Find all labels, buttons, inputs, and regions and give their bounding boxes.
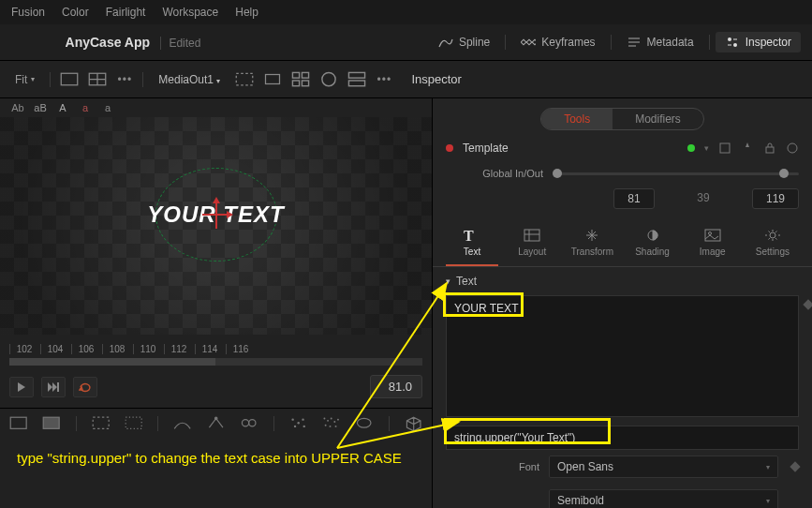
- enabled-led-icon[interactable]: [687, 144, 695, 152]
- svg-point-24: [297, 422, 299, 424]
- tab-text[interactable]: T Text: [446, 224, 498, 266]
- layers-icon[interactable]: [718, 142, 731, 155]
- circle-view-icon[interactable]: [319, 72, 338, 87]
- rectangle-fill-icon[interactable]: [42, 416, 60, 431]
- expression-field[interactable]: [446, 426, 799, 450]
- tab-shading[interactable]: Shading: [627, 224, 679, 266]
- viewer[interactable]: YOUR TEXT: [0, 117, 432, 335]
- fit-selector[interactable]: Fit ▾: [9, 71, 40, 88]
- svg-rect-5: [62, 73, 79, 85]
- global-out-field[interactable]: 119: [752, 188, 799, 209]
- text-content-field[interactable]: [446, 295, 799, 417]
- edited-status: Edited: [160, 37, 200, 50]
- image-tab-icon: [704, 228, 721, 243]
- channel-a-red[interactable]: a: [77, 102, 94, 113]
- frame-icon[interactable]: [60, 72, 79, 87]
- keyframe-diamond-icon[interactable]: [790, 461, 800, 471]
- svg-rect-10: [303, 72, 309, 78]
- svg-rect-12: [303, 81, 309, 86]
- menu-workspace[interactable]: Workspace: [162, 6, 218, 19]
- tab-image[interactable]: Image: [687, 224, 739, 266]
- particles-dense-icon[interactable]: [322, 416, 340, 431]
- tab-shading-label: Shading: [635, 247, 670, 257]
- menu-fairlight[interactable]: Fairlight: [106, 6, 146, 19]
- global-slider[interactable]: [553, 172, 799, 175]
- category-tabs: T Text Layout Transform Shading Image: [433, 218, 812, 267]
- menu-color[interactable]: Color: [62, 6, 89, 19]
- svg-point-39: [788, 143, 797, 153]
- font-selector[interactable]: Open Sans▾: [549, 456, 778, 478]
- guides-icon[interactable]: [88, 72, 107, 87]
- channel-ab[interactable]: Ab: [9, 102, 26, 113]
- divider: [273, 416, 274, 431]
- merge-icon[interactable]: [240, 416, 258, 431]
- play-button[interactable]: [9, 377, 34, 397]
- global-dur-label: 39: [683, 188, 724, 209]
- time-ruler[interactable]: 102 104 106 108 110 112 114 116: [0, 335, 432, 358]
- menu-help[interactable]: Help: [235, 6, 258, 19]
- app-title: AnyCase App: [66, 35, 151, 50]
- global-inout-label: Global In/Out: [446, 168, 543, 179]
- channel-aB[interactable]: aB: [32, 102, 49, 113]
- keyframes-icon: [521, 36, 536, 49]
- particles-icon[interactable]: [289, 416, 307, 431]
- active-led-icon[interactable]: [446, 144, 453, 152]
- grid-square-icon[interactable]: [291, 72, 310, 87]
- ruler-bar[interactable]: [9, 358, 422, 366]
- curve-tool-icon[interactable]: [173, 416, 191, 431]
- ruler-tick: 104: [40, 344, 69, 354]
- lock-icon[interactable]: [763, 142, 776, 155]
- svg-point-35: [334, 426, 336, 427]
- tab-settings[interactable]: Settings: [746, 224, 799, 266]
- pin-icon[interactable]: [741, 142, 754, 155]
- next-frame-button[interactable]: [41, 377, 66, 397]
- keyframes-button[interactable]: Keyframes: [511, 32, 604, 52]
- loop-button[interactable]: [73, 377, 97, 397]
- shading-tab-icon: [644, 228, 661, 243]
- dashed-rect-icon[interactable]: [92, 416, 110, 431]
- more-icon[interactable]: •••: [116, 73, 133, 86]
- svg-point-4: [733, 43, 737, 47]
- channel-A[interactable]: A: [54, 102, 71, 113]
- channel-a2[interactable]: a: [99, 102, 116, 113]
- more-icon[interactable]: •••: [376, 73, 392, 86]
- split-icon[interactable]: [347, 72, 366, 87]
- svg-point-44: [770, 232, 775, 238]
- dotted-rect-icon[interactable]: [125, 416, 142, 431]
- svg-point-13: [322, 72, 335, 85]
- layout-tab-icon: [524, 228, 540, 243]
- font-weight-selector[interactable]: Semibold▾: [549, 489, 778, 508]
- keyframe-diamond-icon[interactable]: [803, 299, 812, 309]
- media-out-selector[interactable]: MediaOut1 ▾: [153, 71, 226, 88]
- svg-point-43: [708, 232, 711, 235]
- ruler-tick: 116: [226, 344, 255, 354]
- cube-icon[interactable]: [405, 416, 422, 431]
- ruler-tick: 112: [164, 344, 193, 354]
- spline-label: Spline: [459, 36, 490, 49]
- menu-fusion[interactable]: Fusion: [11, 6, 45, 19]
- inspector-button[interactable]: Inspector: [716, 32, 801, 52]
- svg-point-3: [728, 37, 731, 41]
- rectangle-tool-icon[interactable]: [9, 416, 27, 431]
- metadata-button[interactable]: Metadata: [617, 32, 703, 52]
- spline-button[interactable]: Spline: [429, 32, 499, 52]
- tab-modifiers[interactable]: Modifiers: [613, 109, 703, 129]
- reset-icon[interactable]: [786, 142, 799, 155]
- global-in-field[interactable]: 81: [613, 188, 655, 209]
- tab-transform[interactable]: Transform: [566, 224, 618, 266]
- tab-layout[interactable]: Layout: [506, 224, 558, 266]
- svg-point-23: [291, 418, 293, 420]
- view-a-icon[interactable]: [235, 72, 254, 87]
- view-b-icon[interactable]: [263, 72, 282, 87]
- blend-icon[interactable]: [355, 416, 373, 431]
- tab-tools[interactable]: Tools: [541, 109, 613, 129]
- ruler-tick: 108: [102, 344, 131, 354]
- section-text-header[interactable]: ▾ Text: [433, 267, 812, 295]
- tab-layout-label: Layout: [518, 247, 546, 257]
- svg-rect-1: [526, 39, 532, 45]
- menu-bar: Fusion Color Fairlight Workspace Help: [0, 0, 812, 24]
- timecode-display[interactable]: 81.0: [370, 375, 422, 398]
- enabled-chevron-icon[interactable]: ▾: [704, 143, 709, 153]
- pen-tool-icon[interactable]: [207, 416, 225, 431]
- svg-point-20: [214, 417, 216, 419]
